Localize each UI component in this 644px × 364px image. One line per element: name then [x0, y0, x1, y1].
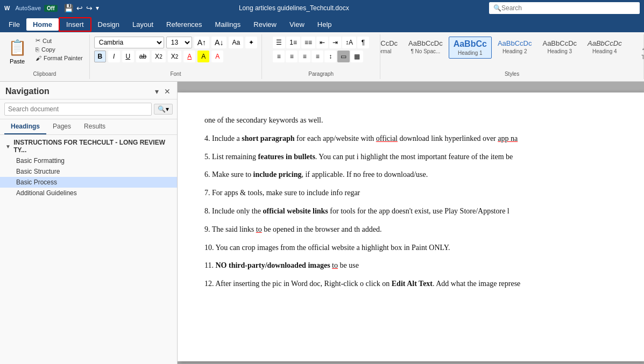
nav-search-input[interactable]: [4, 103, 152, 116]
clipboard-label: Clipboard: [33, 69, 56, 77]
cut-icon: ✂: [36, 37, 40, 44]
copy-button[interactable]: ⎘ Copy: [33, 46, 85, 53]
autosave-label: AutoSave: [15, 5, 41, 11]
menu-insert[interactable]: Insert: [59, 17, 91, 32]
style-heading4[interactable]: AaBbCcDc Heading 4: [583, 37, 627, 57]
copy-icon: ⎘: [36, 46, 39, 53]
tree-item-basic-structure[interactable]: Basic Structure: [0, 166, 177, 177]
font-content: Cambria 13 A↑ A↓ Aa ✦ B I U ab X2 X2: [94, 37, 257, 69]
sort-button[interactable]: ↕A: [342, 37, 356, 48]
borders-button[interactable]: ▦: [351, 51, 363, 62]
style-h2-preview: AaBbCcDc: [498, 39, 532, 47]
highlight-color-button[interactable]: A: [197, 51, 209, 62]
style-h1-label: Heading 1: [458, 50, 483, 56]
save-icon[interactable]: 💾: [64, 4, 73, 12]
font-group: Cambria 13 A↑ A↓ Aa ✦ B I U ab X2 X2: [90, 34, 262, 79]
tree-item-additional-guidelines[interactable]: Additional Guidelines: [0, 188, 177, 198]
italic-button[interactable]: I: [108, 51, 120, 62]
link-official[interactable]: official: [376, 134, 398, 142]
copy-label: Copy: [41, 46, 55, 53]
cut-button[interactable]: ✂ Cut: [33, 37, 85, 45]
redo-icon[interactable]: ↪: [86, 4, 93, 12]
style-nospace-preview: AaBbCcDc: [408, 39, 443, 47]
style-heading2[interactable]: AaBbCcDc Heading 2: [493, 37, 537, 57]
menu-file[interactable]: File: [2, 18, 26, 31]
menu-design[interactable]: Design: [91, 18, 126, 31]
style-heading1[interactable]: AaBbCc Heading 1: [449, 37, 492, 59]
font-size-select[interactable]: 13: [166, 37, 192, 48]
tree-item-basic-formatting[interactable]: Basic Formatting: [0, 155, 177, 166]
font-shrink-button[interactable]: A↓: [211, 37, 227, 48]
doc-para-5: 7. For apps & tools, make sure to includ…: [204, 187, 617, 199]
title-center: Long articles guidelines_Techcult.docx: [99, 4, 489, 12]
document-page[interactable]: one of the secondary keywords as well. 4…: [178, 92, 644, 361]
nav-tab-pages[interactable]: Pages: [46, 119, 77, 134]
underline-button[interactable]: U: [122, 51, 134, 62]
doc-para-8: 10. You can crop images from the officia…: [204, 241, 617, 254]
bold-short-paragraph: short paragraph: [242, 134, 294, 142]
font-grow-button[interactable]: A↑: [194, 37, 209, 48]
ribbon: 📋 Paste ✂ Cut ⎘ Copy 🖌 Format Painter Cl…: [0, 32, 644, 82]
format-painter-button[interactable]: 🖌 Format Painter: [33, 54, 85, 62]
align-left-button[interactable]: ≡: [273, 51, 285, 62]
autosave-toggle[interactable]: Off: [44, 5, 57, 12]
style-title[interactable]: A Title: [628, 37, 644, 63]
clear-formatting-button[interactable]: ✦: [245, 37, 257, 48]
menu-mailings[interactable]: Mailings: [209, 18, 247, 31]
nav-close-button[interactable]: ✕: [163, 86, 172, 97]
nav-search-button[interactable]: 🔍▾: [154, 104, 173, 115]
menu-home[interactable]: Home: [26, 18, 59, 31]
search-bar[interactable]: 🔍: [489, 2, 640, 14]
multilevel-button[interactable]: ≡≡: [301, 37, 315, 48]
style-nospace-label: ¶ No Spac...: [411, 48, 440, 54]
nav-tab-headings[interactable]: Headings: [4, 119, 46, 134]
bullets-button[interactable]: ☰: [273, 37, 285, 48]
bold-features-in-bullets: features in bullets: [258, 153, 315, 161]
subscript-button[interactable]: X2: [152, 51, 166, 62]
justify-button[interactable]: ≡: [312, 51, 323, 62]
underline-to2: to: [332, 261, 338, 269]
menu-review[interactable]: Review: [247, 18, 283, 31]
show-marks-button[interactable]: ¶: [357, 37, 369, 48]
tree-toggle-root[interactable]: ▼: [5, 144, 13, 149]
superscript-button[interactable]: X2: [168, 51, 182, 62]
tree-label-basic-process: Basic Process: [16, 179, 57, 186]
style-heading3[interactable]: AaBbCcDc Heading 3: [537, 37, 582, 57]
menu-view[interactable]: View: [283, 18, 311, 31]
tree-item-root[interactable]: ▼ INSTRUCTIONS FOR TECHCULT - LONG REVIE…: [0, 137, 177, 155]
menu-layout[interactable]: Layout: [126, 18, 160, 31]
bold-button[interactable]: B: [94, 51, 106, 62]
numbering-button[interactable]: 1≡: [286, 37, 300, 48]
undo-icon[interactable]: ↩: [76, 4, 83, 12]
style-normal[interactable]: AaBbCcDc ¶ Normal: [380, 37, 402, 57]
line-spacing-button[interactable]: ↕: [324, 51, 336, 62]
align-center-button[interactable]: ≡: [286, 51, 298, 62]
font-color-button[interactable]: A: [183, 51, 195, 62]
shading-button[interactable]: ▭: [337, 51, 350, 62]
paste-label: Paste: [10, 58, 25, 65]
word-logo: W: [4, 5, 10, 11]
title-bar: W AutoSave Off 💾 ↩ ↪ ▾ Long articles gui…: [0, 0, 644, 16]
menu-bar: File Home Insert Design Layout Reference…: [0, 16, 644, 32]
strikethrough-button[interactable]: ab: [136, 51, 150, 62]
nav-menu-button[interactable]: ▾: [154, 86, 160, 97]
align-right-button[interactable]: ≡: [299, 51, 310, 62]
search-icon: 🔍: [493, 4, 501, 12]
nav-tab-results[interactable]: Results: [77, 119, 112, 134]
clipboard-sub: ✂ Cut ⎘ Copy 🖌 Format Painter: [33, 37, 85, 62]
menu-help[interactable]: Help: [311, 18, 338, 31]
search-input[interactable]: [501, 4, 635, 12]
link-appname[interactable]: app na: [498, 134, 518, 142]
change-case-button[interactable]: Aa: [229, 37, 243, 48]
font-family-select[interactable]: Cambria: [94, 37, 164, 48]
decrease-indent-button[interactable]: ⇤: [316, 37, 328, 48]
style-h4-label: Heading 4: [592, 48, 617, 54]
document-area[interactable]: one of the secondary keywords as well. 4…: [178, 82, 644, 364]
tree-item-basic-process[interactable]: Basic Process: [0, 177, 177, 188]
style-h3-preview: AaBbCcDc: [542, 39, 577, 47]
style-no-spacing[interactable]: AaBbCcDc ¶ No Spac...: [404, 37, 448, 57]
increase-indent-button[interactable]: ⇥: [329, 37, 341, 48]
font-color2-button[interactable]: A: [211, 51, 223, 62]
paste-button[interactable]: 📋 Paste: [4, 37, 30, 66]
menu-references[interactable]: References: [160, 18, 208, 31]
